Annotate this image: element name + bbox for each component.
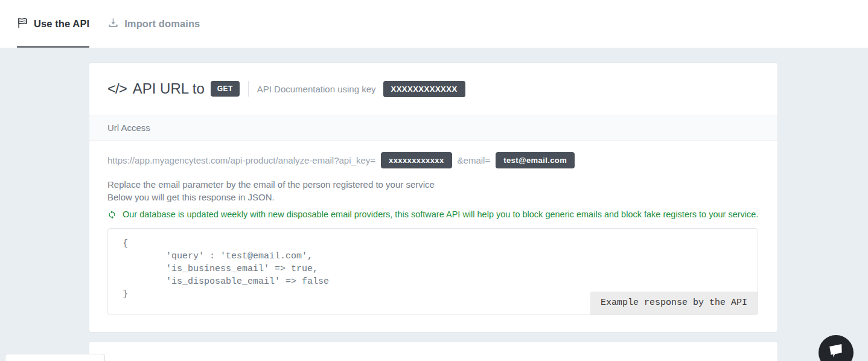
api-card-header: </> API URL to GET API Documentation usi… bbox=[89, 63, 777, 115]
instruction-line: Below you will get this response in JSON… bbox=[107, 191, 777, 203]
flag-icon bbox=[17, 17, 28, 31]
partial-popup bbox=[5, 354, 105, 361]
card-title: API URL to bbox=[133, 80, 205, 97]
section-title: Url Access bbox=[107, 123, 150, 133]
code-caption: Example response by the API bbox=[590, 292, 758, 315]
code-icon: </> bbox=[107, 80, 127, 97]
tab-import-domains[interactable]: Import domains bbox=[107, 0, 200, 48]
header-divider bbox=[248, 81, 249, 97]
api-url-row: https://app.myagencytest.com/api-product… bbox=[107, 152, 777, 168]
refresh-icon bbox=[107, 210, 116, 219]
next-card-partial bbox=[89, 342, 777, 361]
tab-label: Import domains bbox=[124, 18, 200, 30]
url-prefix: https://app.myagencytest.com/api-product… bbox=[107, 155, 375, 165]
url-access-section-header: Url Access bbox=[89, 115, 777, 141]
url-email-badge: test@email.com bbox=[496, 152, 575, 168]
url-api-key-badge: xxxxxxxxxxxx bbox=[381, 152, 452, 168]
code-sample: { 'query' : 'test@email.com', 'is_busine… bbox=[108, 229, 758, 301]
doc-key-label: API Documentation using key bbox=[257, 84, 376, 94]
active-tab-underline bbox=[17, 46, 89, 48]
tab-bar: Use the API Import domains bbox=[0, 0, 868, 48]
api-key-badge: XXXXXXXXXXXX bbox=[383, 81, 465, 97]
page: Use the API Import domains </> API URL t… bbox=[0, 0, 868, 361]
code-block: { 'query' : 'test@email.com', 'is_busine… bbox=[107, 228, 758, 315]
tab-label: Use the API bbox=[34, 18, 89, 30]
chat-bubble-icon bbox=[827, 344, 845, 361]
update-notice: Our database is updated weekly with new … bbox=[107, 209, 777, 219]
instruction-line: Replace the email parameter by the email… bbox=[107, 178, 777, 191]
download-icon bbox=[107, 17, 119, 31]
url-email-param: &email= bbox=[458, 155, 491, 165]
chat-launcher-button[interactable] bbox=[819, 335, 854, 361]
method-badge: GET bbox=[211, 81, 240, 97]
tab-use-the-api[interactable]: Use the API bbox=[17, 0, 89, 48]
notice-text: Our database is updated weekly with new … bbox=[123, 209, 758, 219]
api-card: </> API URL to GET API Documentation usi… bbox=[89, 63, 777, 332]
